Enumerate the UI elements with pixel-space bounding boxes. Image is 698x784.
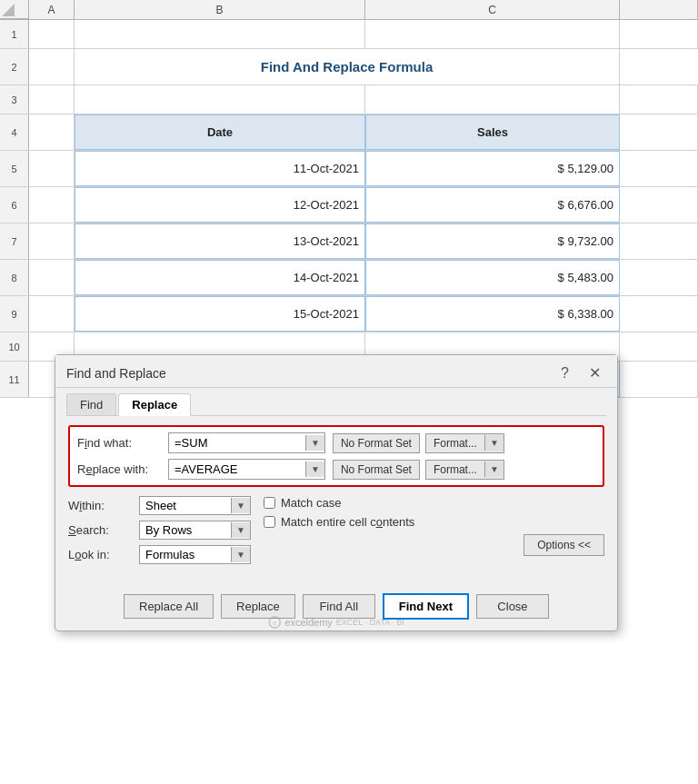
- find-row: Find what: ▼ No Format Set Format... ▼: [77, 432, 595, 453]
- find-replace-dialog: Find and Replace ? ✕ Find Replace: [55, 354, 618, 631]
- lookin-row: Look in: Formulas ▼: [68, 545, 251, 564]
- replace-all-button[interactable]: Replace All: [124, 594, 214, 619]
- replace-format-dropdown-button[interactable]: ▼: [484, 461, 504, 477]
- lookin-label: Look in:: [68, 548, 134, 561]
- dialog-body: Find what: ▼ No Format Set Format... ▼: [55, 416, 617, 586]
- within-select[interactable]: Sheet: [140, 497, 231, 514]
- col-date-header: Date: [207, 125, 233, 139]
- table-row: 4 Date Sales: [0, 114, 698, 151]
- options-right: Match case Match entire cell contents Op…: [264, 496, 604, 570]
- table-row: 1: [0, 20, 698, 49]
- corner-cell: [0, 0, 29, 19]
- find-input-wrap[interactable]: ▼: [168, 432, 325, 453]
- replace-format-button[interactable]: Format...: [426, 461, 484, 479]
- within-select-wrap[interactable]: Sheet ▼: [139, 496, 251, 515]
- watermark: e exceldemy EXCEL · DATA · BI: [268, 616, 404, 629]
- replace-input-wrap[interactable]: ▼: [168, 459, 325, 480]
- match-cell-checkbox[interactable]: [264, 516, 275, 528]
- dialog-titlebar: Find and Replace ? ✕: [55, 355, 617, 388]
- search-dropdown-btn[interactable]: ▼: [231, 522, 250, 538]
- col-header-c: C: [365, 0, 620, 19]
- within-dropdown-btn[interactable]: ▼: [231, 498, 250, 513]
- col-headers: A B C: [0, 0, 698, 20]
- match-case-checkbox[interactable]: [264, 497, 275, 509]
- options-button[interactable]: Options <<: [524, 534, 604, 556]
- options-section: Within: Sheet ▼ Search: By Rows: [68, 496, 604, 570]
- lookin-select[interactable]: Formulas: [140, 546, 231, 563]
- table-row: 6 12-Oct-2021 $ 6,676.00: [0, 187, 698, 223]
- options-btn-row: Options <<: [264, 534, 604, 556]
- dialog-close-button[interactable]: ✕: [583, 362, 606, 383]
- table-row: 3: [0, 85, 698, 114]
- find-no-format-button[interactable]: No Format Set: [333, 433, 420, 453]
- find-input[interactable]: [169, 433, 305, 452]
- table-row: 8 14-Oct-2021 $ 5,483.00: [0, 260, 698, 296]
- spreadsheet: A B C 1 2 Find And Replace Formula 3: [0, 0, 698, 400]
- col-header-b: B: [75, 0, 365, 19]
- match-cell-label: Match entire cell contents: [281, 515, 414, 529]
- table-row: 5 11-Oct-2021 $ 5,129.00: [0, 151, 698, 187]
- find-format-button[interactable]: Format...: [426, 434, 484, 452]
- replace-label: Replace with:: [77, 462, 168, 476]
- col-header-rest: [620, 0, 698, 19]
- table-row: 2 Find And Replace Formula: [0, 49, 698, 85]
- table-row: 9 15-Oct-2021 $ 6,338.00: [0, 296, 698, 332]
- replace-row: Replace with: ▼ No Format Set Format... …: [77, 459, 595, 480]
- find-format-dropdown-button[interactable]: ▼: [484, 435, 504, 451]
- watermark-text: exceldemy: [284, 617, 333, 628]
- options-left: Within: Sheet ▼ Search: By Rows: [68, 496, 251, 570]
- search-select-wrap[interactable]: By Rows ▼: [139, 521, 251, 540]
- replace-format-btn-wrap: Format... ▼: [425, 460, 504, 480]
- find-all-button[interactable]: Find All: [303, 594, 375, 619]
- col-header-a: A: [29, 0, 75, 19]
- match-case-row: Match case: [264, 496, 604, 510]
- replace-button[interactable]: Replace: [221, 594, 295, 619]
- tab-replace[interactable]: Replace: [118, 393, 191, 416]
- replace-input[interactable]: [169, 460, 305, 479]
- svg-marker-0: [2, 4, 15, 16]
- lookin-select-wrap[interactable]: Formulas ▼: [139, 545, 251, 564]
- replace-dropdown-button[interactable]: ▼: [305, 461, 324, 477]
- find-format-btn-wrap: Format... ▼: [425, 433, 504, 453]
- close-button[interactable]: Close: [476, 594, 549, 619]
- replace-no-format-button[interactable]: No Format Set: [333, 460, 420, 480]
- search-select[interactable]: By Rows: [140, 521, 231, 539]
- grid: 1 2 Find And Replace Formula 3 4: [0, 20, 698, 398]
- find-label: Find what:: [77, 436, 168, 450]
- tab-find[interactable]: Find: [66, 393, 116, 415]
- find-replace-section: Find what: ▼ No Format Set Format... ▼: [68, 425, 604, 487]
- lookin-dropdown-btn[interactable]: ▼: [231, 547, 250, 562]
- svg-text:e: e: [273, 620, 276, 626]
- search-row: Search: By Rows ▼: [68, 521, 251, 540]
- within-row: Within: Sheet ▼: [68, 496, 251, 515]
- within-label: Within:: [68, 499, 134, 512]
- match-case-label: Match case: [281, 496, 341, 510]
- dialog-title-actions: ? ✕: [555, 362, 606, 383]
- spreadsheet-title: Find And Replace Formula: [261, 59, 433, 74]
- dialog-help-button[interactable]: ?: [555, 363, 574, 383]
- search-label: Search:: [68, 523, 134, 537]
- dialog-tabs: Find Replace: [55, 388, 617, 415]
- watermark-sub: EXCEL · DATA · BI: [336, 618, 404, 627]
- dialog-title: Find and Replace: [66, 366, 166, 381]
- match-cell-row: Match entire cell contents: [264, 515, 604, 529]
- find-dropdown-button[interactable]: ▼: [305, 435, 324, 451]
- table-row: 7 13-Oct-2021 $ 9,732.00: [0, 223, 698, 260]
- col-sales-header: Sales: [477, 125, 508, 139]
